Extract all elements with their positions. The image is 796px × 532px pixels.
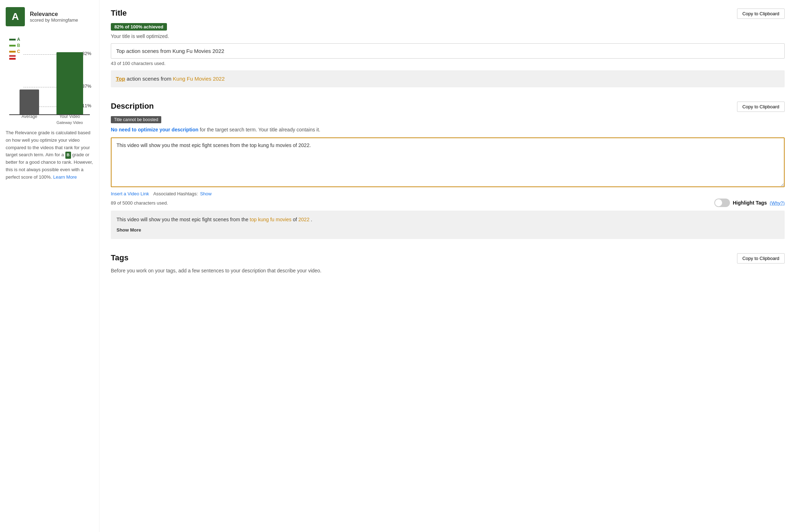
description-section: Description Copy to Clipboard Title cann… [111,102,785,239]
title-section: Title Copy to Clipboard 82% of 100% achi… [111,9,785,87]
no-optimize-rest-text: for the target search term. Your title a… [200,127,320,132]
avg-bar-label: Average [9,114,50,126]
title-highlight-box: Top action scenes from Kung Fu Movies 20… [111,70,785,87]
why-link[interactable]: (Why?) [770,200,785,206]
title-char-count: 43 of 100 characters used. [111,61,785,66]
insert-video-link[interactable]: Insert a Video Link [111,191,149,196]
left-panel: A Relevance scored by Morningfame 82% 37… [0,0,99,532]
bars-container [9,40,90,115]
grade-box: A [6,7,25,26]
desc-preview-after: . [311,217,312,222]
your-video-bar [56,52,83,114]
relevance-description: The Relevance grade is calculated based … [6,129,93,181]
highlight-tags-wrap: Highlight Tags (Why?) [714,199,785,207]
tags-section: Tags Copy to Clipboard Before you work o… [111,253,785,273]
title-progress-badge: 82% of 100% achieved [111,23,167,31]
your-bar-label: Your Video Gateway Video [50,114,90,126]
title-keyword-highlight: Kung Fu Movies 2022 [173,76,225,82]
title-copy-button[interactable]: Copy to Clipboard [737,9,785,19]
average-bar-group [9,89,50,114]
average-bar [20,89,39,114]
relevance-chart: 82% 37% 11% A B C [6,33,93,126]
tags-section-header: Tags Copy to Clipboard [111,253,785,264]
learn-more-link[interactable]: Learn More [53,174,77,180]
highlight-tags-toggle[interactable] [714,199,730,207]
desc-preview-highlight2: 2022 [298,217,309,222]
desc-preview-before: This video will show you the most epic f… [117,217,248,222]
grade-info: Relevance scored by Morningfame [30,11,78,23]
bar-labels: Average Your Video Gateway Video [9,114,90,126]
desc-preview-highlight1: top kung fu movies [250,217,292,222]
relevance-sub: scored by Morningfame [30,17,78,23]
description-textarea[interactable]: This video will show you the most epic f… [111,137,785,187]
cannot-boost-badge: Title cannot be boosted [111,116,161,123]
show-more[interactable]: Show More [117,226,779,234]
description-actions: Insert a Video Link Associated Hashtags:… [111,191,785,196]
right-panel: Title Copy to Clipboard 82% of 100% achi… [99,0,796,532]
title-heading: Title [111,9,127,18]
description-preview: This video will show you the most epic f… [111,211,785,239]
description-copy-button[interactable]: Copy to Clipboard [737,102,785,112]
title-top-keyword: Top [116,76,125,82]
tags-description: Before you work on your tags, add a few … [111,268,785,273]
title-input[interactable]: Top action scenes from Kung Fu Movies 20… [111,43,785,59]
description-section-header: Description Copy to Clipboard [111,102,785,112]
highlight-tags-label: Highlight Tags [733,200,767,206]
title-section-header: Title Copy to Clipboard [111,9,785,19]
no-optimize-message: No need to optimize your description for… [111,127,785,132]
description-footer: 89 of 5000 characters used. Highlight Ta… [111,199,785,207]
description-heading: Description [111,102,154,111]
grade-header: A Relevance scored by Morningfame [6,7,93,26]
desc-char-count: 89 of 5000 characters used. [111,200,168,206]
no-optimize-link[interactable]: No need to optimize your description [111,127,199,132]
title-well-optimized: Your title is well optimized. [111,33,785,39]
your-video-bar-group [50,52,90,114]
hashtags-show-link[interactable]: Show [200,191,212,196]
tags-copy-button[interactable]: Copy to Clipboard [737,253,785,264]
relevance-title: Relevance [30,11,78,17]
desc-preview-mid: of [293,217,297,222]
tags-heading: Tags [111,253,129,262]
grade-b-inline: B [65,152,71,159]
hashtags-label: Associated Hashtags: [153,191,198,196]
title-plain-middle: action scenes from [127,76,172,82]
